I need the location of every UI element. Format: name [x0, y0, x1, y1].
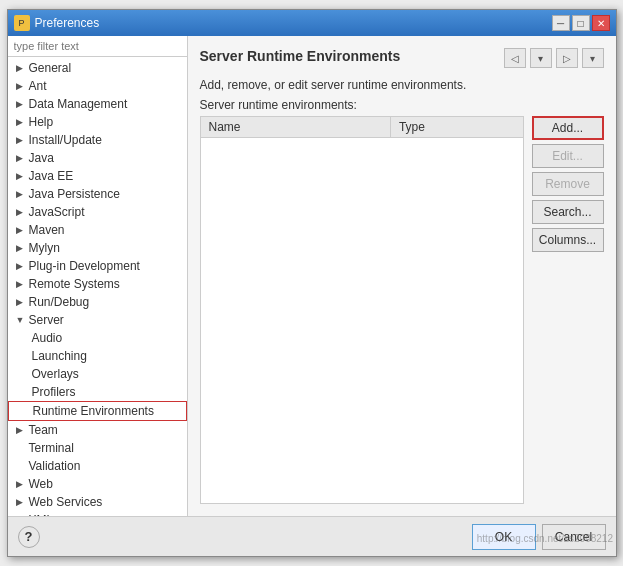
sidebar-item-validation[interactable]: ▶ Validation [8, 457, 187, 475]
sidebar: ▶ General ▶ Ant ▶ Data Management ▶ Help… [8, 36, 188, 516]
table-section: Name Type Add... Edit... Remove Search..… [200, 116, 604, 504]
expand-arrow: ▶ [16, 189, 26, 199]
expand-arrow: ▶ [16, 225, 26, 235]
expand-arrow: ▶ [16, 261, 26, 271]
edit-button[interactable]: Edit... [532, 144, 604, 168]
sidebar-item-data-management[interactable]: ▶ Data Management [8, 95, 187, 113]
sidebar-item-label: Team [29, 423, 58, 437]
sidebar-item-server[interactable]: ▼ Server [8, 311, 187, 329]
bottom-right: OK Cancel [472, 524, 606, 550]
content-area: ▶ General ▶ Ant ▶ Data Management ▶ Help… [8, 36, 616, 516]
sidebar-item-web[interactable]: ▶ Web [8, 475, 187, 493]
sidebar-item-label: Web Services [29, 495, 103, 509]
expand-arrow: ▶ [16, 479, 26, 489]
sidebar-item-label: Plug-in Development [29, 259, 140, 273]
sidebar-item-server-runtime-env[interactable]: Runtime Environments [8, 401, 187, 421]
preferences-window: P Preferences ─ □ ✕ ▶ General ▶ Ant [7, 9, 617, 557]
cancel-button[interactable]: Cancel [542, 524, 606, 550]
sidebar-item-label: Launching [32, 349, 87, 363]
sidebar-item-javascript[interactable]: ▶ JavaScript [8, 203, 187, 221]
sidebar-item-java[interactable]: ▶ Java [8, 149, 187, 167]
sidebar-item-label: Runtime Environments [33, 404, 154, 418]
sidebar-item-maven[interactable]: ▶ Maven [8, 221, 187, 239]
expand-arrow: ▶ [16, 99, 26, 109]
tree: ▶ General ▶ Ant ▶ Data Management ▶ Help… [8, 57, 187, 516]
title-bar-left: P Preferences [14, 15, 100, 31]
restore-button[interactable]: □ [572, 15, 590, 31]
table-label: Server runtime environments: [200, 98, 604, 112]
back-button[interactable]: ◁ [504, 48, 526, 68]
sidebar-item-server-launching[interactable]: Launching [8, 347, 187, 365]
minimize-button[interactable]: ─ [552, 15, 570, 31]
sidebar-item-label: Help [29, 115, 54, 129]
sidebar-item-server-audio[interactable]: Audio [8, 329, 187, 347]
sidebar-item-label: Terminal [29, 441, 74, 455]
panel-title: Server Runtime Environments [200, 48, 401, 64]
expand-arrow: ▶ [16, 279, 26, 289]
close-button[interactable]: ✕ [592, 15, 610, 31]
filter-input[interactable] [8, 36, 187, 57]
expand-arrow: ▶ [16, 153, 26, 163]
sidebar-item-install-update[interactable]: ▶ Install/Update [8, 131, 187, 149]
sidebar-item-label: Validation [29, 459, 81, 473]
sidebar-item-terminal[interactable]: ▶ Terminal [8, 439, 187, 457]
sidebar-item-label: Profilers [32, 385, 76, 399]
bottom-left: ? [18, 526, 40, 548]
sidebar-item-remote-systems[interactable]: ▶ Remote Systems [8, 275, 187, 293]
sidebar-item-team[interactable]: ▶ Team [8, 421, 187, 439]
expand-arrow: ▶ [16, 135, 26, 145]
table-header: Name Type [201, 117, 523, 138]
search-button[interactable]: Search... [532, 200, 604, 224]
sidebar-item-label: Remote Systems [29, 277, 120, 291]
expand-arrow: ▼ [16, 315, 26, 325]
expand-arrow: ▶ [16, 425, 26, 435]
sidebar-item-label: Java Persistence [29, 187, 120, 201]
sidebar-item-server-profilers[interactable]: Profilers [8, 383, 187, 401]
forward-button[interactable]: ▷ [556, 48, 578, 68]
sidebar-item-label: General [29, 61, 72, 75]
sidebar-item-label: Run/Debug [29, 295, 90, 309]
sidebar-item-server-overlays[interactable]: Overlays [8, 365, 187, 383]
sidebar-item-plugin-dev[interactable]: ▶ Plug-in Development [8, 257, 187, 275]
panel-toolbar: ◁ ▾ ▷ ▾ [504, 48, 604, 68]
expand-arrow: ▶ [16, 81, 26, 91]
sidebar-item-label: Data Management [29, 97, 128, 111]
main-panel: Server Runtime Environments ◁ ▾ ▷ ▾ Add,… [188, 36, 616, 516]
add-button[interactable]: Add... [532, 116, 604, 140]
action-buttons: Add... Edit... Remove Search... Columns.… [532, 116, 604, 504]
title-bar: P Preferences ─ □ ✕ [8, 10, 616, 36]
sidebar-item-general[interactable]: ▶ General [8, 59, 187, 77]
expand-arrow: ▶ [16, 243, 26, 253]
help-button[interactable]: ? [18, 526, 40, 548]
sidebar-item-help[interactable]: ▶ Help [8, 113, 187, 131]
sidebar-item-label: Java EE [29, 169, 74, 183]
window-title: Preferences [35, 16, 100, 30]
sidebar-item-mylyn[interactable]: ▶ Mylyn [8, 239, 187, 257]
sidebar-item-label: Audio [32, 331, 63, 345]
ok-button[interactable]: OK [472, 524, 536, 550]
sidebar-item-java-persistence[interactable]: ▶ Java Persistence [8, 185, 187, 203]
columns-button[interactable]: Columns... [532, 228, 604, 252]
menu-button[interactable]: ▾ [582, 48, 604, 68]
panel-description: Add, remove, or edit server runtime envi… [200, 78, 604, 92]
sidebar-item-label: Install/Update [29, 133, 102, 147]
expand-arrow: ▶ [16, 207, 26, 217]
server-table: Name Type [200, 116, 524, 504]
sidebar-item-label: Mylyn [29, 241, 60, 255]
column-name: Name [201, 117, 391, 137]
remove-button[interactable]: Remove [532, 172, 604, 196]
expand-arrow: ▶ [16, 63, 26, 73]
expand-arrow: ▶ [16, 497, 26, 507]
title-bar-controls: ─ □ ✕ [552, 15, 610, 31]
table-body [201, 138, 523, 503]
sidebar-item-label: JavaScript [29, 205, 85, 219]
sidebar-item-label: Java [29, 151, 54, 165]
sidebar-item-run-debug[interactable]: ▶ Run/Debug [8, 293, 187, 311]
sidebar-item-web-services[interactable]: ▶ Web Services [8, 493, 187, 511]
dropdown-button[interactable]: ▾ [530, 48, 552, 68]
sidebar-item-label: Ant [29, 79, 47, 93]
sidebar-item-label: Maven [29, 223, 65, 237]
sidebar-item-java-ee[interactable]: ▶ Java EE [8, 167, 187, 185]
sidebar-item-ant[interactable]: ▶ Ant [8, 77, 187, 95]
expand-arrow: ▶ [16, 297, 26, 307]
